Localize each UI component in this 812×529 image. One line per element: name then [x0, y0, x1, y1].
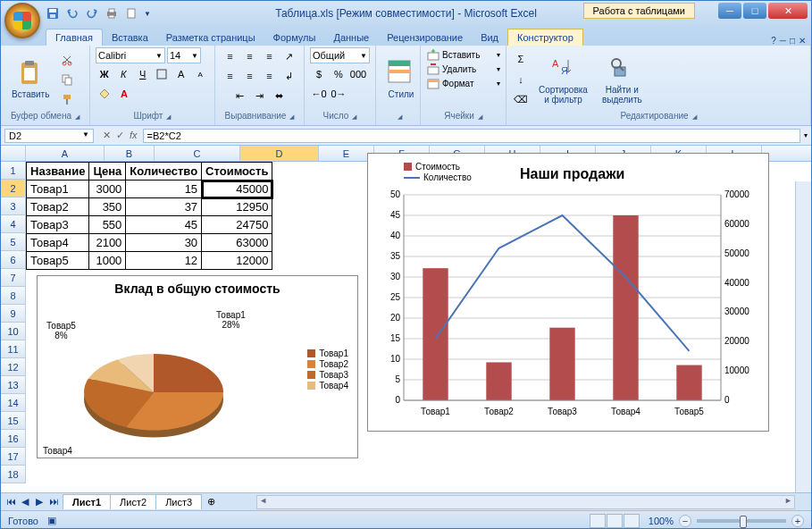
- align-bot-icon[interactable]: ≡: [261, 47, 279, 65]
- row-header[interactable]: 6: [1, 251, 26, 269]
- tab-insert[interactable]: Вставка: [103, 29, 157, 46]
- row-header[interactable]: 17: [1, 448, 26, 466]
- number-format-combo[interactable]: Общий▼: [310, 47, 370, 63]
- format-painter-icon[interactable]: [58, 90, 76, 108]
- insert-cells-button[interactable]: Вставить▾: [426, 47, 500, 62]
- macro-record-icon[interactable]: ▣: [47, 515, 56, 526]
- row-header[interactable]: 13: [1, 376, 26, 394]
- percent-icon[interactable]: %: [330, 65, 347, 83]
- border-button[interactable]: [154, 65, 172, 83]
- office-button[interactable]: [4, 3, 40, 38]
- help-icon[interactable]: ?: [771, 36, 776, 46]
- row-header[interactable]: 12: [1, 358, 26, 376]
- mdi-minimize-icon[interactable]: ─: [780, 36, 786, 46]
- new-icon[interactable]: [124, 6, 138, 21]
- worksheet[interactable]: ABCDEFGHIJKL 123456789101112131415161718…: [1, 146, 811, 492]
- new-sheet-icon[interactable]: ⊕: [202, 496, 221, 508]
- row-header[interactable]: 11: [1, 340, 26, 358]
- row-header[interactable]: 4: [1, 215, 26, 233]
- maximize-button[interactable]: □: [743, 3, 766, 19]
- zoom-out-button[interactable]: −: [679, 515, 691, 527]
- copy-icon[interactable]: [58, 71, 76, 88]
- column-header[interactable]: C: [155, 146, 240, 161]
- orientation-icon[interactable]: ↗: [280, 47, 298, 65]
- delete-cells-button[interactable]: Удалить▾: [426, 62, 500, 76]
- pagebreak-view-button[interactable]: [624, 514, 640, 528]
- row-header[interactable]: 3: [1, 197, 26, 215]
- tab-formulas[interactable]: Формулы: [264, 29, 325, 46]
- name-box[interactable]: D2▼: [4, 129, 94, 143]
- row-header[interactable]: 16: [1, 430, 26, 448]
- font-name-combo[interactable]: Calibri▼: [96, 47, 165, 63]
- redo-icon[interactable]: [85, 6, 99, 21]
- enter-formula-icon[interactable]: ✓: [116, 130, 124, 141]
- print-icon[interactable]: [105, 6, 119, 21]
- align-left-icon[interactable]: ≡: [222, 67, 239, 85]
- expand-formula-icon[interactable]: ▾: [800, 131, 811, 139]
- tab-view[interactable]: Вид: [472, 29, 507, 46]
- horizontal-scrollbar[interactable]: [256, 495, 795, 509]
- column-header[interactable]: D: [240, 146, 319, 161]
- format-cells-button[interactable]: Формат▾: [426, 76, 500, 90]
- select-all-corner[interactable]: [1, 146, 26, 161]
- sort-filter-button[interactable]: АЯ Сортировка и фильтр: [533, 53, 593, 106]
- font-color-button[interactable]: A: [115, 85, 133, 103]
- row-header[interactable]: 15: [1, 412, 26, 430]
- sheet-nav-next-icon[interactable]: ▶: [33, 496, 46, 508]
- wrap-text-icon[interactable]: ↲: [280, 67, 298, 85]
- minimize-button[interactable]: ─: [718, 3, 741, 19]
- align-center-icon[interactable]: ≡: [241, 67, 259, 85]
- zoom-level[interactable]: 100%: [649, 516, 674, 526]
- column-header[interactable]: B: [105, 146, 155, 161]
- cancel-formula-icon[interactable]: ✕: [103, 130, 111, 141]
- row-header[interactable]: 14: [1, 394, 26, 412]
- column-header[interactable]: A: [26, 146, 105, 161]
- cut-icon[interactable]: [58, 51, 76, 69]
- currency-icon[interactable]: $: [310, 65, 328, 83]
- tab-design[interactable]: Конструктор: [507, 29, 583, 46]
- mdi-restore-icon[interactable]: □: [790, 36, 795, 46]
- undo-icon[interactable]: [65, 6, 80, 21]
- tab-pagelayout[interactable]: Разметка страницы: [157, 29, 264, 46]
- formula-input[interactable]: =B2*C2: [143, 129, 800, 143]
- styles-button[interactable]: Стили: [381, 57, 421, 101]
- row-header[interactable]: 2: [1, 180, 26, 197]
- qat-dropdown-icon[interactable]: ▼: [144, 10, 151, 18]
- pagelayout-view-button[interactable]: [607, 514, 623, 528]
- row-header[interactable]: 7: [1, 269, 26, 287]
- sheet-nav-last-icon[interactable]: ⏭: [47, 496, 60, 508]
- align-mid-icon[interactable]: ≡: [241, 47, 259, 65]
- decrease-decimal-icon[interactable]: 0→: [330, 85, 347, 103]
- mdi-close-icon[interactable]: ✕: [799, 36, 806, 46]
- merge-icon[interactable]: ⬌: [271, 87, 289, 105]
- increase-decimal-icon[interactable]: ←0: [310, 85, 328, 103]
- paste-button[interactable]: Вставить: [6, 57, 54, 101]
- zoom-in-button[interactable]: +: [791, 515, 804, 527]
- grow-font-icon[interactable]: A: [172, 65, 190, 83]
- column-header[interactable]: E: [319, 146, 374, 161]
- indent-inc-icon[interactable]: ⇥: [251, 87, 269, 105]
- sheet-nav-prev-icon[interactable]: ◀: [19, 496, 31, 508]
- zoom-slider[interactable]: [697, 519, 786, 523]
- row-header[interactable]: 1: [1, 162, 26, 180]
- bold-button[interactable]: Ж: [96, 65, 113, 83]
- sheet-tab-3[interactable]: Лист3: [155, 494, 202, 509]
- close-button[interactable]: ✕: [768, 3, 808, 19]
- fill-color-button[interactable]: [96, 85, 113, 103]
- sheet-nav-first-icon[interactable]: ⏮: [4, 496, 17, 508]
- sheet-tab-1[interactable]: Лист1: [63, 494, 111, 509]
- row-header[interactable]: 18: [1, 466, 26, 483]
- pie-chart[interactable]: Вклад в общую стоимость Товар58% Товар12…: [37, 275, 358, 458]
- tab-home[interactable]: Главная: [46, 29, 103, 46]
- vertical-scrollbar[interactable]: [795, 181, 811, 492]
- row-header[interactable]: 5: [1, 233, 26, 251]
- row-header[interactable]: 8: [1, 287, 26, 305]
- comma-icon[interactable]: 000: [349, 65, 367, 83]
- tab-review[interactable]: Рецензирование: [378, 29, 472, 46]
- font-size-combo[interactable]: 14▼: [167, 47, 201, 63]
- indent-dec-icon[interactable]: ⇤: [231, 87, 249, 105]
- normal-view-button[interactable]: [590, 514, 606, 528]
- sheet-tab-2[interactable]: Лист2: [110, 494, 156, 509]
- combo-chart[interactable]: Стоимость Количество Наши продажи 051015…: [367, 153, 769, 432]
- fx-icon[interactable]: fx: [130, 130, 138, 141]
